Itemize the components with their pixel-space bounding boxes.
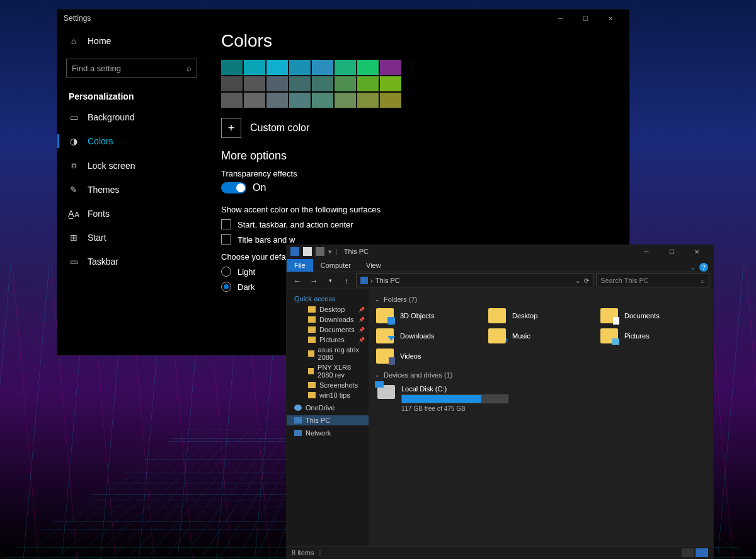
help-icon[interactable]: ? [699, 263, 708, 272]
folder-icon [308, 326, 316, 333]
tree-item[interactable]: Pictures📌 [301, 335, 369, 345]
color-swatch[interactable] [380, 60, 401, 75]
home-icon: ⌂ [69, 36, 79, 46]
color-swatch[interactable] [380, 76, 401, 91]
address-bar[interactable]: › This PC ⌄ ⟳ [356, 274, 593, 287]
settings-search[interactable]: Find a setting ⌕ [66, 59, 197, 78]
sidebar-item-colors[interactable]: ◑Colors [57, 129, 206, 153]
minimize-button[interactable]: ─ [547, 9, 573, 27]
color-swatch[interactable] [335, 60, 356, 75]
pc-icon [360, 277, 368, 284]
color-swatch[interactable] [244, 60, 265, 75]
explorer-app-icon[interactable] [290, 247, 299, 256]
folders-group-header[interactable]: ⌄ Folders (7) [375, 296, 707, 303]
tab-computer[interactable]: Computer [313, 259, 358, 272]
qat-icon[interactable] [303, 247, 312, 256]
explorer-search[interactable]: Search This PC ⌕ [596, 274, 709, 287]
color-swatch[interactable] [244, 93, 265, 108]
address-dropdown-icon[interactable]: ⌄ [575, 277, 580, 284]
explorer-qat: ▾ | This PC ─ ☐ ✕ [287, 245, 713, 258]
settings-titlebar: Settings ─ ☐ ✕ [57, 9, 629, 27]
sidebar-item-themes[interactable]: ✎Themes [57, 178, 206, 202]
address-location[interactable]: This PC [375, 277, 400, 284]
exp-minimize-button[interactable]: ─ [634, 243, 659, 260]
tree-item[interactable]: Documents📌 [301, 325, 369, 335]
ribbon-collapse-icon[interactable]: ⌄ [690, 263, 696, 272]
nav-label: Colors [88, 136, 113, 146]
sidebar-item-start[interactable]: ⊞Start [57, 226, 206, 250]
color-swatch[interactable] [335, 76, 356, 91]
folder-item[interactable]: Videos [375, 347, 481, 365]
cloud-icon [294, 405, 302, 411]
color-swatch[interactable] [244, 76, 265, 91]
tree-item[interactable]: asus rog strix 2080 [301, 345, 369, 362]
drive-usage-bar [401, 395, 508, 403]
custom-color-button[interactable]: + [221, 118, 241, 138]
drive-item[interactable]: Local Disk (C:) 117 GB free of 475 GB [375, 383, 707, 415]
folder-item[interactable]: Downloads [375, 327, 481, 345]
color-swatch[interactable] [221, 93, 243, 108]
color-swatch[interactable] [312, 93, 333, 108]
color-swatch[interactable] [289, 60, 311, 75]
explorer-statusbar: 8 items | [287, 546, 713, 558]
color-swatch[interactable] [335, 93, 356, 108]
drives-group-header[interactable]: ⌄ Devices and drives (1) [375, 371, 707, 379]
tree-item[interactable]: Desktop📌 [301, 304, 369, 314]
nav-back-button[interactable]: ← [290, 276, 304, 285]
nav-up-button[interactable]: ↑ [340, 276, 353, 285]
nav-history-button[interactable]: ▾ [323, 277, 337, 284]
view-details-button[interactable] [682, 548, 694, 557]
tree-item[interactable]: Downloads📌 [301, 314, 369, 325]
folder-item[interactable]: 3D Objects [375, 307, 481, 325]
color-swatch[interactable] [266, 76, 288, 91]
exp-close-button[interactable]: ✕ [684, 243, 709, 260]
exp-maximize-button[interactable]: ☐ [659, 243, 684, 260]
sidebar-item-taskbar[interactable]: ▭Taskbar [57, 250, 206, 274]
color-swatch[interactable] [289, 93, 311, 108]
tree-item[interactable]: win10 tips [301, 390, 369, 400]
search-icon: ⌕ [701, 277, 705, 284]
accent-cb-start[interactable] [221, 219, 231, 229]
tree-item[interactable]: PNY XLR8 2080 rev [301, 362, 369, 380]
view-icons-button[interactable] [696, 548, 708, 557]
nav-forward-button[interactable]: → [307, 276, 321, 285]
color-swatch[interactable] [266, 93, 288, 108]
color-swatch[interactable] [357, 60, 379, 75]
sidebar-item-fonts[interactable]: A̲ᴀFonts [57, 202, 206, 226]
tab-view[interactable]: View [358, 259, 389, 272]
transparency-state: On [253, 182, 266, 193]
tree-network[interactable]: Network [287, 428, 369, 438]
tree-item[interactable]: Screenshots [301, 380, 369, 390]
tab-file[interactable]: File [287, 259, 313, 272]
color-swatch[interactable] [357, 93, 379, 108]
folder-item[interactable]: Pictures [599, 327, 705, 345]
transparency-toggle[interactable] [221, 182, 246, 193]
tree-this-pc[interactable]: This PC [287, 415, 369, 425]
nav-icon: A̲ᴀ [69, 209, 79, 219]
radio-dark[interactable] [221, 282, 231, 292]
folder-icon [308, 350, 314, 357]
folder-icon [308, 306, 316, 313]
radio-light[interactable] [221, 267, 231, 277]
home-nav[interactable]: ⌂ Home [57, 31, 206, 51]
sidebar-item-background[interactable]: ▭Background [57, 105, 206, 129]
sidebar-item-lock-screen[interactable]: ⧈Lock screen [57, 153, 206, 178]
color-swatch[interactable] [380, 93, 401, 108]
close-button[interactable]: ✕ [598, 9, 623, 27]
color-swatch[interactable] [266, 60, 288, 75]
qat-icon[interactable] [316, 247, 324, 256]
color-swatch[interactable] [221, 60, 243, 75]
folder-item[interactable]: Music [487, 327, 593, 345]
refresh-icon[interactable]: ⟳ [584, 277, 589, 284]
color-swatch[interactable] [312, 60, 333, 75]
folder-item[interactable]: Documents [599, 307, 705, 325]
tree-onedrive[interactable]: OneDrive [287, 403, 369, 413]
color-swatch[interactable] [357, 76, 379, 91]
tree-quick-access[interactable]: Quick access [287, 293, 369, 304]
color-swatch[interactable] [312, 76, 333, 91]
accent-cb-titlebars[interactable] [221, 234, 231, 245]
folder-item[interactable]: Desktop [487, 307, 593, 325]
maximize-button[interactable]: ☐ [573, 9, 598, 27]
color-swatch[interactable] [221, 76, 243, 91]
color-swatch[interactable] [289, 76, 311, 91]
